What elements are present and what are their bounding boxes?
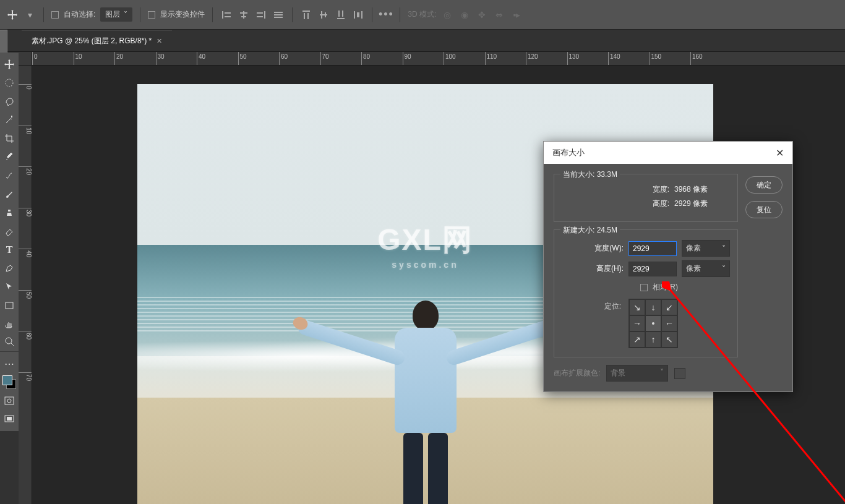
anchor-center[interactable]: • (645, 315, 661, 331)
width-label: 宽度(W): (594, 243, 624, 254)
align-justify-icon[interactable] (272, 9, 285, 21)
current-width-value: 3968 像素 (674, 184, 730, 195)
align-bottom-icon[interactable] (335, 9, 347, 21)
path-selection-tool[interactable] (0, 278, 19, 296)
brush-tool[interactable] (0, 185, 19, 203)
move-tool[interactable] (0, 55, 19, 74)
height-label: 高度(H): (596, 263, 624, 274)
anchor-tc[interactable]: ↓ (645, 299, 661, 315)
new-size-legend: 新建大小: 24.5M (560, 225, 620, 236)
vertical-ruler[interactable]: 010203040506070 (19, 66, 32, 504)
chevron-down-icon: ˅ (722, 244, 726, 253)
auto-select-label: 自动选择: (64, 9, 95, 20)
align-top-icon[interactable] (300, 9, 312, 21)
anchor-br[interactable]: ↖ (661, 331, 677, 348)
align-left-icon[interactable] (220, 9, 233, 21)
options-bar: ▾ 自动选择: 图层 ˅ 显示变换控件 ••• 3D 模式: ◎ ◉ ✥ ⇔ ▪… (0, 0, 845, 30)
align-vcenter-icon[interactable] (317, 9, 330, 21)
healing-brush-tool[interactable] (0, 166, 19, 185)
orbit-3d-icon: ◎ (441, 9, 453, 21)
width-input[interactable] (628, 241, 677, 256)
collapsed-panel-stub[interactable] (0, 30, 7, 53)
color-swatches[interactable] (2, 375, 16, 389)
height-input[interactable] (628, 262, 677, 276)
auto-select-target-value: 图层 (105, 9, 120, 20)
document-tab-title: 素材.JPG @ 25% (图层 2, RGB/8*) * (32, 36, 152, 46)
relative-label: 相对(R) (653, 282, 678, 293)
current-size-group: 当前大小: 33.3M 宽度: 3968 像素 高度: 2929 像素 (554, 174, 738, 222)
dialog-title-bar[interactable]: 画布大小 ✕ (544, 142, 792, 164)
anchor-tl[interactable]: ↘ (629, 299, 645, 315)
pen-tool[interactable] (0, 259, 19, 278)
canvas-size-dialog: 画布大小 ✕ 当前大小: 33.3M 宽度: 3968 像素 高度: 2929 … (543, 141, 793, 392)
ruler-origin[interactable] (19, 52, 32, 66)
lasso-tool[interactable] (0, 92, 19, 111)
current-height-label: 高度: (653, 199, 669, 209)
width-unit-dropdown[interactable]: 像素˅ (682, 240, 730, 257)
chevron-down-icon[interactable]: ▾ (24, 9, 36, 21)
reset-button[interactable]: 复位 (745, 201, 783, 218)
close-dialog-icon[interactable]: ✕ (776, 147, 784, 159)
anchor-bc[interactable]: ↑ (645, 331, 661, 348)
type-tool[interactable]: T (0, 241, 19, 259)
marquee-tool[interactable] (0, 74, 19, 92)
canvas-artwork (395, 301, 457, 504)
eraser-tool[interactable] (0, 222, 19, 241)
chevron-down-icon: ˅ (124, 11, 127, 19)
extension-color-swatch (674, 368, 685, 379)
align-hcenter-icon[interactable] (238, 9, 250, 21)
new-size-group: 新建大小: 24.5M 宽度(W): 像素˅ 高度(H): 像素˅ 相对(R) … (554, 229, 738, 357)
auto-select-checkbox[interactable] (51, 11, 59, 19)
anchor-label: 定位: (604, 299, 621, 312)
document-tab-bar: 素材.JPG @ 25% (图层 2, RGB/8*) * ✕ (0, 30, 845, 52)
svg-rect-6 (7, 417, 12, 421)
auto-select-target-dropdown[interactable]: 图层 ˅ (100, 7, 132, 22)
extension-color-dropdown: 背景˅ (606, 365, 668, 382)
anchor-grid: ↘ ↓ ↙ → • ← ↗ ↑ ↖ (628, 299, 678, 348)
distribute-icon[interactable] (352, 9, 364, 21)
rectangle-tool[interactable] (0, 296, 19, 315)
foreground-color-swatch[interactable] (2, 375, 12, 385)
quick-mask-icon[interactable] (0, 391, 19, 410)
screen-mode-icon[interactable] (0, 410, 19, 429)
watermark: GXL网 syscom.cn (377, 220, 473, 270)
document-tab[interactable]: 素材.JPG @ 25% (图层 2, RGB/8*) * ✕ (22, 30, 172, 51)
pan-3d-icon: ✥ (476, 9, 488, 21)
slide-3d-icon: ⇔ (493, 9, 505, 21)
magic-wand-tool[interactable] (0, 111, 19, 129)
height-unit-dropdown[interactable]: 像素˅ (682, 260, 730, 277)
svg-point-0 (6, 79, 13, 87)
svg-rect-1 (6, 302, 13, 309)
svg-point-4 (7, 399, 11, 403)
clone-stamp-tool[interactable] (0, 203, 19, 222)
chevron-down-icon: ˅ (660, 368, 664, 378)
extension-color-label: 画布扩展颜色: (554, 368, 600, 378)
current-size-legend: 当前大小: 33.3M (560, 169, 620, 180)
current-height-value: 2929 像素 (674, 199, 730, 209)
more-options-icon[interactable]: ••• (380, 9, 392, 21)
anchor-mr[interactable]: ← (661, 315, 677, 331)
svg-point-2 (6, 338, 12, 344)
svg-rect-3 (5, 397, 14, 404)
anchor-tr[interactable]: ↙ (661, 299, 677, 315)
show-transform-label: 显示变换控件 (160, 9, 205, 20)
anchor-bl[interactable]: ↗ (629, 331, 645, 348)
horizontal-ruler[interactable]: 0102030405060708090100110120130140150160 (32, 52, 845, 66)
tools-panel: T ⋯ (0, 53, 19, 431)
dialog-title: 画布大小 (552, 147, 585, 158)
crop-tool[interactable] (0, 129, 19, 148)
roll-3d-icon: ◉ (458, 9, 471, 21)
align-right-icon[interactable] (255, 9, 267, 21)
zoom-tool[interactable] (0, 333, 19, 352)
relative-checkbox[interactable] (640, 284, 648, 291)
show-transform-checkbox[interactable] (148, 11, 155, 19)
current-width-label: 宽度: (653, 184, 669, 195)
anchor-ml[interactable]: → (629, 315, 645, 331)
edit-toolbar-icon[interactable]: ⋯ (0, 354, 19, 373)
close-tab-icon[interactable]: ✕ (157, 37, 162, 45)
eyedropper-tool[interactable] (0, 148, 19, 166)
chevron-down-icon: ˅ (722, 265, 726, 273)
ok-button[interactable]: 确定 (745, 176, 783, 194)
hand-tool[interactable] (0, 315, 19, 333)
move-tool-icon (6, 9, 19, 21)
